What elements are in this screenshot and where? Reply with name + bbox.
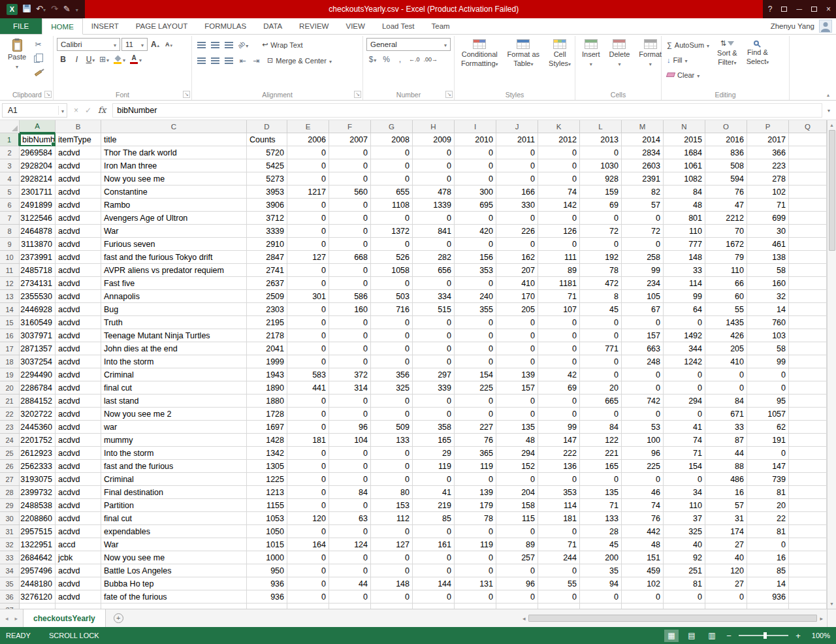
cell-L33[interactable]: 200	[580, 551, 622, 564]
cell-B1[interactable]: itemType	[56, 133, 101, 146]
cell-M22[interactable]: 0	[622, 408, 664, 421]
cell-M30[interactable]: 76	[622, 512, 664, 525]
cell-H32[interactable]: 161	[413, 538, 455, 551]
cell-G23[interactable]: 509	[371, 421, 413, 434]
cell-C4[interactable]: Now you see me	[101, 172, 247, 185]
cell-H3[interactable]: 0	[413, 159, 455, 172]
row-header-4[interactable]: 4	[0, 172, 20, 185]
column-header-G[interactable]: G	[371, 120, 413, 133]
cell-L4[interactable]: 928	[580, 172, 622, 185]
cell-B22[interactable]: acdvd	[56, 408, 101, 421]
cell-D29[interactable]: 1155	[247, 499, 287, 512]
cell-J34[interactable]: 0	[496, 564, 538, 577]
cell-N17[interactable]: 344	[664, 342, 705, 355]
find-select-button[interactable]: Find & Select	[743, 38, 773, 68]
cell-A8[interactable]: 2464878	[20, 225, 56, 238]
row-header-35[interactable]: 35	[0, 577, 20, 590]
cell-M13[interactable]: 105	[622, 290, 664, 303]
cell-D11[interactable]: 2741	[247, 264, 287, 277]
cell-F2[interactable]: 0	[329, 146, 371, 159]
tab-team[interactable]: Team	[423, 18, 458, 34]
wrap-text-button[interactable]: ↩Wrap Text	[260, 38, 304, 52]
cell-G8[interactable]: 1372	[371, 225, 413, 238]
column-header-C[interactable]: C	[101, 120, 247, 133]
cell-G36[interactable]: 0	[371, 590, 413, 604]
cell-L10[interactable]: 192	[580, 251, 622, 264]
cell-A24[interactable]: 2201752	[20, 434, 56, 447]
cell-G27[interactable]: 0	[371, 473, 413, 486]
column-header-J[interactable]: J	[496, 120, 538, 133]
cell-A29[interactable]: 2488538	[20, 499, 56, 512]
cell-Q4[interactable]	[789, 172, 827, 185]
cell-F29[interactable]: 0	[329, 499, 371, 512]
cell-J21[interactable]: 0	[496, 394, 538, 408]
cell-A37[interactable]	[20, 604, 56, 609]
cell-A16[interactable]: 3037971	[20, 329, 56, 342]
cell-H37[interactable]	[413, 604, 455, 609]
zoom-in-button[interactable]: +	[794, 631, 802, 641]
cell-G11[interactable]: 1058	[371, 264, 413, 277]
sheet-tab-checkoutsYearly[interactable]: checkoutsYearly	[23, 609, 106, 627]
cell-A3[interactable]: 2928204	[20, 159, 56, 172]
cell-L35[interactable]: 94	[580, 577, 622, 590]
cell-C26[interactable]: fast and the furious	[101, 460, 247, 473]
accounting-format-button[interactable]: $	[366, 53, 379, 66]
cell-L16[interactable]: 0	[580, 329, 622, 342]
cell-Q26[interactable]	[789, 460, 827, 473]
cell-L22[interactable]: 0	[580, 408, 622, 421]
cell-A12[interactable]: 2734131	[20, 277, 56, 290]
cell-L17[interactable]: 771	[580, 342, 622, 355]
cell-M18[interactable]: 248	[622, 355, 664, 368]
cell-J14[interactable]: 205	[496, 303, 538, 316]
cell-J22[interactable]: 0	[496, 408, 538, 421]
name-box[interactable]: A1	[2, 103, 67, 118]
select-all-button[interactable]	[0, 120, 20, 133]
cell-K34[interactable]: 0	[538, 564, 580, 577]
cell-N14[interactable]: 64	[664, 303, 705, 316]
cell-N3[interactable]: 1061	[664, 159, 705, 172]
cell-H23[interactable]: 358	[413, 421, 455, 434]
row-header-20[interactable]: 20	[0, 381, 20, 394]
cell-P28[interactable]: 81	[747, 486, 789, 499]
cell-O8[interactable]: 70	[705, 225, 747, 238]
alignment-dialog-launcher[interactable]	[354, 91, 361, 98]
row-header-33[interactable]: 33	[0, 551, 20, 564]
cell-H24[interactable]: 165	[413, 434, 455, 447]
cell-J24[interactable]: 48	[496, 434, 538, 447]
cell-O30[interactable]: 31	[705, 512, 747, 525]
cell-M4[interactable]: 2391	[622, 172, 664, 185]
cell-F3[interactable]: 0	[329, 159, 371, 172]
cell-J5[interactable]: 166	[496, 185, 538, 199]
cell-N2[interactable]: 1684	[664, 146, 705, 159]
cell-G6[interactable]: 1108	[371, 199, 413, 212]
cell-G33[interactable]: 0	[371, 551, 413, 564]
cell-H29[interactable]: 219	[413, 499, 455, 512]
cell-C34[interactable]: Battle Los Angeles	[101, 564, 247, 577]
cell-N36[interactable]: 0	[664, 590, 705, 604]
cell-B3[interactable]: acdvd	[56, 159, 101, 172]
cell-P13[interactable]: 32	[747, 290, 789, 303]
cell-F23[interactable]: 96	[329, 421, 371, 434]
cell-O37[interactable]	[705, 604, 747, 609]
cell-G31[interactable]: 0	[371, 525, 413, 538]
cell-J29[interactable]: 158	[496, 499, 538, 512]
cell-K1[interactable]: 2012	[538, 133, 580, 146]
cell-M15[interactable]: 0	[622, 316, 664, 329]
cell-E3[interactable]: 0	[287, 159, 329, 172]
cell-E34[interactable]: 0	[287, 564, 329, 577]
cell-Q32[interactable]	[789, 538, 827, 551]
cell-N22[interactable]: 0	[664, 408, 705, 421]
cell-D32[interactable]: 1015	[247, 538, 287, 551]
cell-M21[interactable]: 742	[622, 394, 664, 408]
cell-I25[interactable]: 365	[455, 447, 496, 460]
cell-H26[interactable]: 119	[413, 460, 455, 473]
cell-E35[interactable]: 0	[287, 577, 329, 590]
tab-home[interactable]: HOME	[42, 18, 83, 35]
cell-J8[interactable]: 226	[496, 225, 538, 238]
cell-B9[interactable]: acdvd	[56, 238, 101, 251]
row-header-14[interactable]: 14	[0, 303, 20, 316]
cell-P15[interactable]: 760	[747, 316, 789, 329]
vertical-scrollbar-thumb[interactable]	[829, 130, 835, 251]
cell-A7[interactable]: 3122546	[20, 212, 56, 225]
cell-Q13[interactable]	[789, 290, 827, 303]
